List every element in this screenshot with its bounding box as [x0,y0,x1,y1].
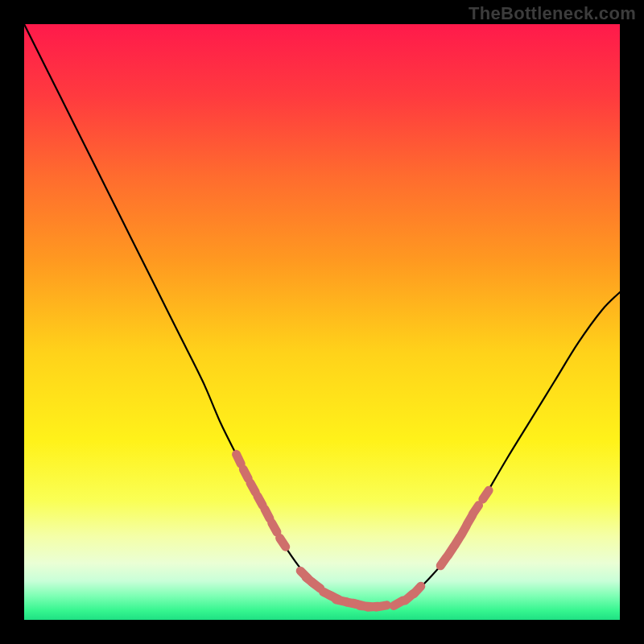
marker-point [483,490,489,499]
watermark-text: TheBottleneck.com [469,3,636,24]
marker-point [473,506,478,514]
marker-point [272,523,277,532]
marker-point [265,510,270,519]
plot-background [24,24,620,620]
marker-point [237,454,242,464]
chart-frame: TheBottleneck.com [0,0,644,644]
marker-point [414,586,421,594]
marker-point [280,538,286,547]
marker-point [243,469,248,479]
bottleneck-plot [24,24,620,620]
marker-point [258,496,262,505]
marker-point [312,582,320,588]
marker-point [250,483,255,492]
marker-point [377,605,387,607]
